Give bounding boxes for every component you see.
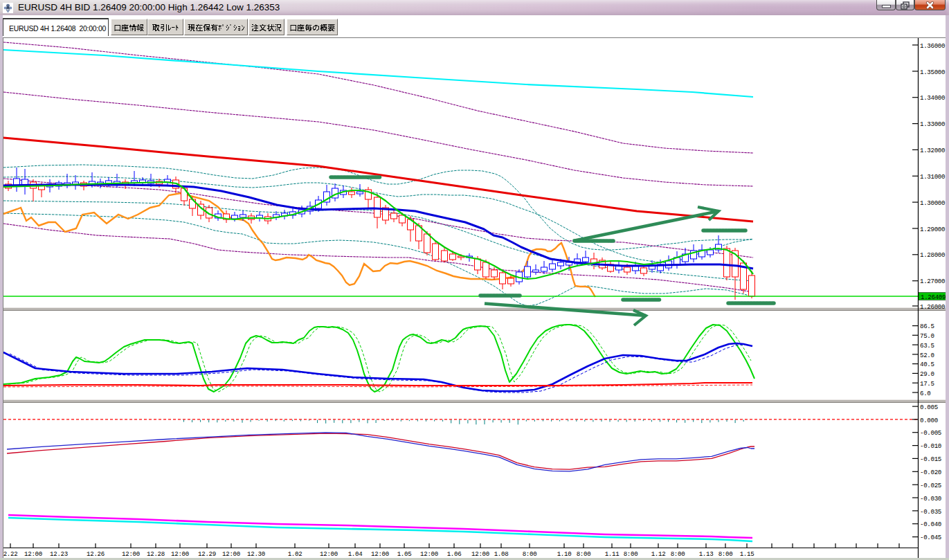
svg-text:8:00: 8:00 [718, 550, 733, 558]
svg-text:1.10: 1.10 [557, 550, 572, 558]
svg-text:-0.005: -0.005 [920, 429, 941, 437]
svg-text:0.005: 0.005 [920, 404, 938, 411]
svg-text:1.35000: 1.35000 [920, 69, 945, 76]
svg-text:8:00: 8:00 [523, 550, 537, 558]
svg-text:1.30000: 1.30000 [920, 199, 945, 207]
svg-text:12.30: 12.30 [247, 550, 265, 558]
svg-text:12.23: 12.23 [50, 550, 68, 558]
svg-text:8:00: 8:00 [624, 550, 638, 558]
svg-text:1.29000: 1.29000 [920, 226, 945, 233]
svg-text:1.05: 1.05 [397, 550, 412, 558]
svg-text:1.34000: 1.34000 [920, 94, 945, 102]
svg-text:1.28000: 1.28000 [920, 251, 945, 259]
svg-text:1.26000: 1.26000 [920, 303, 945, 311]
svg-text:-0.040: -0.040 [920, 521, 941, 528]
svg-text:-0.015: -0.015 [920, 455, 941, 463]
svg-text:1.08: 1.08 [494, 550, 509, 558]
svg-text:1.26409: 1.26409 [921, 293, 946, 301]
svg-text:1.15: 1.15 [740, 550, 754, 558]
svg-text:8:00: 8:00 [671, 550, 685, 558]
svg-text:-0.045: -0.045 [920, 534, 941, 541]
svg-text:1.32000: 1.32000 [920, 147, 945, 154]
svg-text:1.12: 1.12 [651, 550, 666, 558]
svg-text:86.5: 86.5 [920, 323, 934, 330]
svg-text:8:00: 8:00 [577, 550, 591, 558]
svg-text:12.26: 12.26 [87, 550, 105, 558]
svg-text:1.13: 1.13 [699, 550, 714, 558]
svg-text:0.000: 0.000 [920, 417, 938, 424]
svg-text:29.0: 29.0 [920, 370, 934, 378]
svg-text:1.33000: 1.33000 [920, 120, 945, 128]
svg-text:12:00: 12:00 [420, 550, 438, 558]
svg-text:12:00: 12:00 [471, 550, 489, 558]
svg-text:-0.030: -0.030 [920, 495, 941, 503]
svg-text:-0.010: -0.010 [920, 442, 941, 450]
svg-text:12:00: 12:00 [24, 550, 42, 558]
svg-text:1.02: 1.02 [288, 550, 302, 558]
svg-text:12:00: 12:00 [122, 550, 140, 558]
svg-text:12:00: 12:00 [371, 550, 389, 558]
svg-text:63.5: 63.5 [920, 342, 934, 350]
svg-text:12:00: 12:00 [171, 550, 189, 558]
svg-text:52.0: 52.0 [920, 352, 934, 359]
svg-text:75.0: 75.0 [920, 332, 934, 340]
svg-text:40.5: 40.5 [920, 361, 934, 368]
svg-text:1.31000: 1.31000 [920, 173, 945, 181]
svg-text:1.36000: 1.36000 [920, 42, 945, 50]
svg-text:12.29: 12.29 [198, 550, 216, 558]
svg-text:1.04: 1.04 [348, 550, 363, 558]
svg-text:-0.020: -0.020 [920, 469, 941, 476]
svg-text:2.22: 2.22 [3, 550, 18, 558]
svg-text:-0.035: -0.035 [920, 508, 941, 516]
svg-text:6.0: 6.0 [920, 390, 930, 397]
svg-text:12:00: 12:00 [320, 550, 338, 558]
svg-text:1.27000: 1.27000 [920, 278, 945, 285]
svg-text:1.06: 1.06 [447, 550, 462, 558]
svg-text:17.5: 17.5 [920, 380, 934, 388]
svg-text:1.11: 1.11 [605, 550, 620, 558]
svg-text:-0.025: -0.025 [920, 482, 941, 489]
svg-text:12.28: 12.28 [147, 550, 165, 558]
svg-text:12:00: 12:00 [222, 550, 240, 558]
